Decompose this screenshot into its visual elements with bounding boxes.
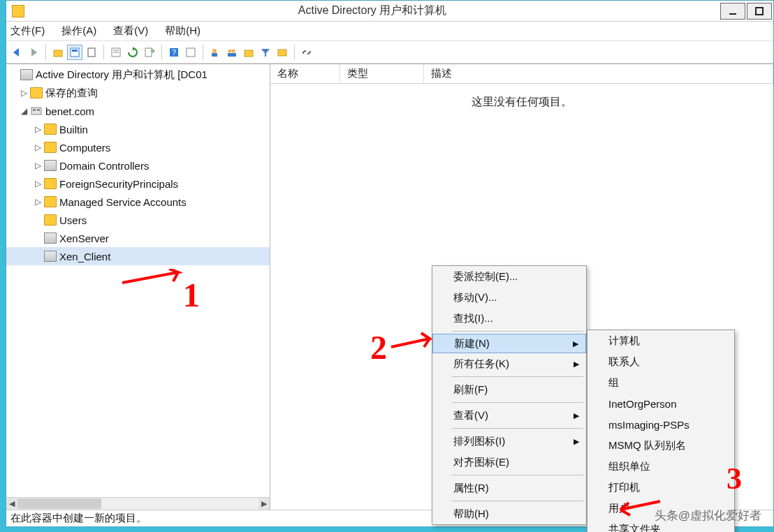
chevron-icon[interactable]: ▷: [33, 197, 43, 207]
chevron-icon[interactable]: ▷: [33, 161, 43, 170]
submenu-item[interactable]: 联系人: [587, 351, 734, 372]
menu-action[interactable]: 操作(A): [61, 24, 96, 38]
menu-item[interactable]: 移动(V)...: [432, 287, 586, 308]
folder-icon: [44, 178, 57, 189]
forward-icon[interactable]: [26, 45, 41, 60]
svg-rect-21: [33, 109, 36, 111]
menu-label: 排列图标(I): [453, 435, 505, 448]
column-type[interactable]: 类型: [340, 64, 424, 83]
svg-point-16: [232, 49, 235, 52]
menu-label: 计算机: [608, 334, 640, 348]
submenu-item[interactable]: MSMQ 队列别名: [587, 435, 734, 456]
menu-arrange[interactable]: 排列图标(I) ▶: [432, 431, 586, 452]
menu-label: 属性(R): [453, 482, 489, 495]
refresh-icon[interactable]: [125, 45, 140, 60]
svg-rect-3: [71, 48, 79, 57]
menu-item[interactable]: 查找(I)...: [432, 308, 586, 329]
menu-properties[interactable]: 属性(R): [432, 478, 586, 498]
link-icon[interactable]: [299, 45, 314, 60]
minimize-button[interactable]: [720, 3, 745, 20]
tree-item[interactable]: ▷ForeignSecurityPrincipals: [6, 175, 270, 193]
folder-icon: [44, 142, 57, 153]
menu-help[interactable]: 帮助(H): [165, 24, 200, 38]
tree-saved-queries[interactable]: ▷ 保存的查询: [6, 84, 270, 102]
menu-label: 对齐图标(E): [453, 456, 509, 469]
column-desc[interactable]: 描述: [424, 64, 773, 83]
options-icon[interactable]: [183, 45, 198, 60]
menu-label: MSMQ 队列别名: [608, 439, 686, 452]
tree-root[interactable]: Active Directory 用户和计算机 [DC01: [6, 66, 270, 84]
tree-label: benet.com: [45, 105, 94, 117]
menu-label: 新建(N): [454, 337, 490, 350]
scroll-thumb[interactable]: [17, 498, 101, 509]
properties-icon[interactable]: [108, 45, 124, 60]
list-header: 名称 类型 描述: [270, 64, 773, 84]
svg-point-13: [212, 49, 217, 53]
menu-align[interactable]: 对齐图标(E): [432, 452, 586, 473]
tree-domain[interactable]: ◢ benet.com: [6, 102, 270, 120]
org-icon: [44, 251, 57, 262]
export-icon[interactable]: [142, 45, 157, 60]
svg-rect-5: [88, 48, 95, 57]
tree-item[interactable]: Xen_Client: [6, 247, 270, 265]
tree-item[interactable]: ▷Computers: [6, 138, 270, 156]
submenu-item[interactable]: 组织单位: [587, 456, 734, 477]
user-add-icon[interactable]: [207, 45, 223, 60]
app-icon: [12, 5, 24, 17]
menu-view[interactable]: 查看(V): [113, 24, 148, 38]
column-name[interactable]: 名称: [270, 64, 340, 83]
tree-item[interactable]: ▷Builtin: [6, 120, 270, 138]
menu-view[interactable]: 查看(V) ▶: [432, 405, 586, 426]
submenu-item[interactable]: 计算机: [587, 330, 734, 351]
back-icon[interactable]: [9, 45, 24, 60]
svg-rect-0: [729, 13, 736, 15]
horizontal-scrollbar[interactable]: ◀ ▶: [6, 497, 270, 510]
up-icon[interactable]: [50, 45, 66, 60]
show-icon[interactable]: [67, 45, 82, 60]
chevron-icon[interactable]: ▷: [33, 179, 43, 189]
svg-text:?: ?: [172, 48, 176, 57]
chevron-right-icon[interactable]: ▷: [19, 88, 29, 98]
menu-all-tasks[interactable]: 所有任务(K) ▶: [432, 353, 586, 374]
folder-icon: [44, 214, 57, 226]
submenu-item[interactable]: msImaging-PSPs: [587, 414, 734, 435]
menu-label: 用户: [608, 502, 629, 515]
tree-label: 保存的查询: [45, 87, 98, 100]
find-icon[interactable]: [275, 45, 290, 60]
svg-rect-12: [187, 48, 195, 57]
tree-item[interactable]: ▷Managed Service Accounts: [6, 193, 270, 211]
domain-icon: [30, 105, 43, 117]
menu-new[interactable]: 新建(N) ▶: [432, 334, 586, 353]
maximize-button[interactable]: [747, 3, 772, 20]
chevron-icon[interactable]: ▷: [33, 142, 43, 152]
chevron-down-icon[interactable]: ◢: [19, 106, 29, 116]
tree-item[interactable]: Users: [6, 211, 270, 229]
user-group-icon[interactable]: [224, 45, 240, 60]
submenu-item[interactable]: InetOrgPerson: [587, 393, 734, 414]
svg-rect-9: [145, 48, 152, 57]
tree-body[interactable]: Active Directory 用户和计算机 [DC01 ▷ 保存的查询 ◢ …: [6, 64, 270, 497]
org-icon: [20, 69, 33, 80]
submenu-item[interactable]: 组: [587, 372, 734, 393]
svg-point-15: [228, 49, 232, 52]
window-title: Active Directory 用户和计算机: [24, 3, 720, 18]
chevron-icon[interactable]: ▷: [33, 124, 43, 134]
menu-label: 联系人: [608, 355, 640, 369]
scroll-right-icon[interactable]: ▶: [258, 498, 270, 510]
menu-label: 打印机: [608, 481, 640, 494]
menu-file[interactable]: 文件(F): [10, 24, 45, 38]
folder-add-icon[interactable]: [241, 45, 256, 60]
tree-item[interactable]: ▷Domain Controllers: [6, 156, 270, 175]
tree-item[interactable]: XenServer: [6, 229, 270, 247]
help-icon[interactable]: ?: [166, 45, 182, 60]
menu-help[interactable]: 帮助(H): [432, 503, 586, 524]
menu-item[interactable]: 委派控制(E)...: [432, 266, 586, 287]
menu-refresh[interactable]: 刷新(F): [432, 379, 586, 400]
menu-label: 委派控制(E)...: [453, 270, 518, 283]
submenu-item[interactable]: 打印机: [587, 477, 734, 498]
filter-icon[interactable]: [258, 45, 273, 60]
submenu-arrow-icon: ▶: [573, 339, 578, 348]
tree-label: Xen_Client: [59, 251, 110, 263]
scroll-left-icon[interactable]: ◀: [6, 498, 17, 510]
cut-icon[interactable]: [84, 45, 99, 60]
